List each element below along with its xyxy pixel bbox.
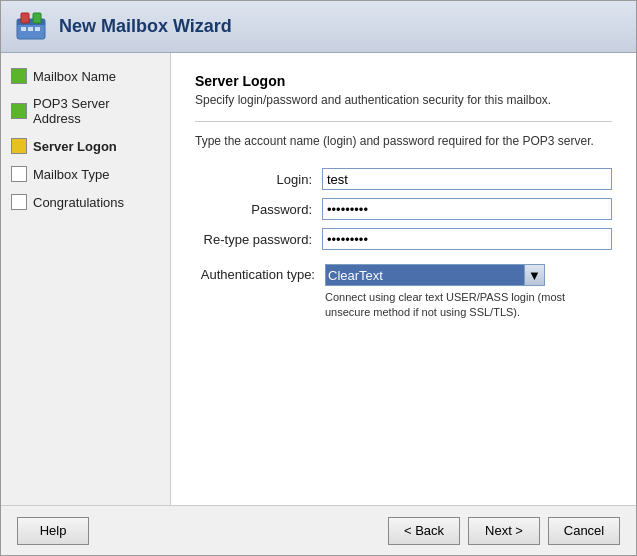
retype-input[interactable] xyxy=(322,228,612,250)
wizard-icon xyxy=(13,9,49,45)
content-area: Mailbox Name POP3 Server Address Server … xyxy=(1,53,636,505)
sidebar-item-label: Mailbox Type xyxy=(33,167,109,182)
svg-rect-3 xyxy=(33,13,41,23)
password-row: Password: xyxy=(195,194,612,224)
login-input[interactable] xyxy=(322,168,612,190)
sidebar-item-mailbox-name[interactable]: Mailbox Name xyxy=(1,63,170,89)
svg-rect-5 xyxy=(28,27,33,31)
sidebar: Mailbox Name POP3 Server Address Server … xyxy=(1,53,171,505)
svg-rect-2 xyxy=(21,13,29,23)
sidebar-item-label: Mailbox Name xyxy=(33,69,116,84)
footer: Help < Back Next > Cancel xyxy=(1,505,636,555)
retype-row: Re-type password: xyxy=(195,224,612,254)
sidebar-item-label: Server Logon xyxy=(33,139,117,154)
retype-field-cell xyxy=(322,224,612,254)
footer-right: < Back Next > Cancel xyxy=(388,517,620,545)
next-button[interactable]: Next > xyxy=(468,517,540,545)
mailbox-name-icon xyxy=(11,68,27,84)
sidebar-item-server-logon[interactable]: Server Logon xyxy=(1,133,170,159)
sidebar-item-pop3-server[interactable]: POP3 Server Address xyxy=(1,91,170,131)
auth-type-select[interactable]: ClearText APOP SASL Kerberos xyxy=(325,264,525,286)
auth-field-area: ClearText APOP SASL Kerberos ▼ Connect u… xyxy=(325,264,612,321)
sidebar-item-label: POP3 Server Address xyxy=(33,96,160,126)
help-button[interactable]: Help xyxy=(17,517,89,545)
section-title: Server Logon xyxy=(195,73,612,89)
dialog: New Mailbox Wizard Mailbox Name POP3 Ser… xyxy=(0,0,637,556)
footer-left: Help xyxy=(17,517,89,545)
server-logon-icon xyxy=(11,138,27,154)
form-table: Login: Password: Re-type password: xyxy=(195,164,612,254)
section-subtitle: Specify login/password and authenticatio… xyxy=(195,93,612,107)
auth-select-wrapper: ClearText APOP SASL Kerberos ▼ xyxy=(325,264,612,286)
login-field-cell xyxy=(322,164,612,194)
auth-row: Authentication type: ClearText APOP SASL… xyxy=(195,264,612,321)
select-arrow-button[interactable]: ▼ xyxy=(525,264,545,286)
sidebar-item-label: Congratulations xyxy=(33,195,124,210)
auth-hint: Connect using clear text USER/PASS login… xyxy=(325,290,612,321)
password-input[interactable] xyxy=(322,198,612,220)
sidebar-item-congratulations[interactable]: Congratulations xyxy=(1,189,170,215)
password-label: Password: xyxy=(195,194,322,224)
cancel-button[interactable]: Cancel xyxy=(548,517,620,545)
back-button[interactable]: < Back xyxy=(388,517,460,545)
auth-label: Authentication type: xyxy=(195,264,325,282)
pop3-server-icon xyxy=(11,103,27,119)
dialog-title: New Mailbox Wizard xyxy=(59,16,232,37)
login-label: Login: xyxy=(195,164,322,194)
login-row: Login: xyxy=(195,164,612,194)
title-bar: New Mailbox Wizard xyxy=(1,1,636,53)
svg-rect-6 xyxy=(35,27,40,31)
sidebar-item-mailbox-type[interactable]: Mailbox Type xyxy=(1,161,170,187)
hint-text: Type the account name (login) and passwo… xyxy=(195,134,612,148)
congratulations-icon xyxy=(11,194,27,210)
svg-rect-4 xyxy=(21,27,26,31)
divider xyxy=(195,121,612,122)
retype-label: Re-type password: xyxy=(195,224,322,254)
main-panel: Server Logon Specify login/password and … xyxy=(171,53,636,505)
password-field-cell xyxy=(322,194,612,224)
mailbox-type-icon xyxy=(11,166,27,182)
